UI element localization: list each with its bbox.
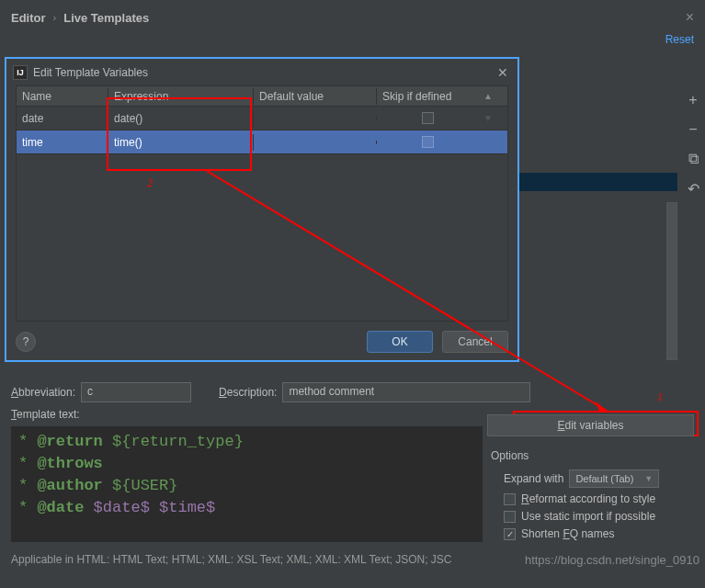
chevron-down-icon: ▼ [644,474,653,483]
move-down-icon[interactable]: ▼ [483,113,493,123]
dialog-title: Edit Template Variables [33,66,492,79]
cell-name[interactable]: date [17,110,108,127]
col-default[interactable]: Default value [254,88,377,105]
remove-icon[interactable]: − [688,121,697,138]
annotation-label-2: 2 [147,176,153,190]
skip-checkbox[interactable] [422,112,434,124]
cell-default[interactable] [254,117,377,120]
skip-checkbox[interactable] [422,136,434,148]
cell-default[interactable] [254,141,377,144]
toolbar: + − ⧉ ↶ [683,92,703,198]
col-expression[interactable]: Expression [108,88,254,105]
crumb-editor[interactable]: Editor [11,11,46,25]
description-input[interactable]: method comment [282,382,530,402]
ok-button[interactable]: OK [367,331,433,353]
edit-variables-button[interactable]: Edit variables [487,414,694,436]
shorten-fq-label: Shorten FQ names [521,527,614,540]
dialog-header: IJ Edit Template Variables ✕ [6,59,517,82]
edit-template-variables-dialog: IJ Edit Template Variables ✕ Name Expres… [5,57,519,362]
table-row[interactable]: time time() [17,130,507,154]
options-group: Options Expand with Default (Tab)▼ Refor… [487,449,703,540]
move-up-icon[interactable]: ▲ [483,91,493,101]
scrollbar[interactable] [666,202,677,360]
abbreviation-label: Abbreviation: [11,386,75,399]
cancel-button[interactable]: Cancel [442,331,508,353]
table-row[interactable]: date date() ▼ [17,107,507,130]
expand-with-combo[interactable]: Default (Tab)▼ [569,469,659,488]
add-icon[interactable]: + [688,92,697,108]
expand-with-label: Expand with [504,472,563,485]
watermark: https://blog.csdn.net/single_0910 [525,553,699,567]
cell-expression[interactable]: date() [108,110,254,127]
close-icon[interactable]: × [686,9,694,26]
reformat-checkbox[interactable] [504,493,516,505]
template-text-editor[interactable]: * @return ${return_type} * @throws * @au… [11,426,483,542]
intellij-icon: IJ [13,65,28,80]
applicable-in-text: Applicable in HTML: HTML Text; HTML; XML… [11,553,526,566]
description-label: Description: [219,386,277,399]
help-button[interactable]: ? [16,332,36,352]
col-skip[interactable]: Skip if defined [377,88,478,105]
crumb-live-templates[interactable]: Live Templates [63,11,149,25]
options-label: Options [491,449,703,462]
cell-name[interactable]: time [17,134,108,151]
static-import-checkbox[interactable] [504,511,516,523]
table-header: Name Expression Default value Skip if de… [17,86,507,107]
dialog-footer: ? OK Cancel [6,322,517,360]
copy-icon[interactable]: ⧉ [688,151,699,167]
undo-icon[interactable]: ↶ [688,180,699,198]
list-selection-bg [519,173,677,191]
variables-table: Name Expression Default value Skip if de… [16,85,508,322]
cell-expression[interactable]: time() [108,134,254,151]
breadcrumb: Editor › Live Templates × [0,0,705,26]
chevron-right-icon: › [53,12,57,23]
dialog-close-icon[interactable]: ✕ [497,65,508,80]
static-import-label: Use static import if possible [521,510,655,523]
abbreviation-input[interactable]: c [81,382,191,402]
col-name[interactable]: Name [17,88,108,105]
side-panel: Edit variables Options Expand with Defau… [487,408,703,545]
reformat-label: Reformat according to style [521,492,655,505]
reset-link[interactable]: Reset [665,33,694,46]
shorten-fq-checkbox[interactable] [504,528,516,540]
